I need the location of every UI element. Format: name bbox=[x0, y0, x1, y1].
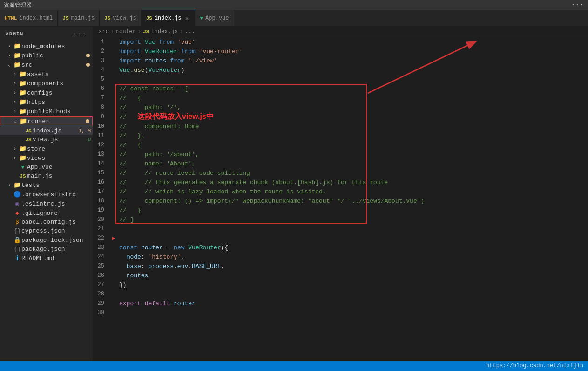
table-row: 11 // }, bbox=[93, 131, 588, 140]
table-row: 20 // ] bbox=[93, 215, 588, 224]
item-label: node_modules bbox=[21, 43, 93, 50]
arrow-icon: › bbox=[11, 146, 19, 151]
item-label: index.js bbox=[33, 127, 79, 134]
table-row: 1 import Vue from 'vue' bbox=[93, 37, 588, 47]
sidebar-menu[interactable]: ··· bbox=[73, 30, 87, 38]
sidebar-item-cypress[interactable]: {} cypress.json bbox=[0, 227, 93, 235]
sidebar-item-store[interactable]: › 📁 store bbox=[0, 144, 93, 153]
sidebar-header: ADMIN ··· bbox=[0, 27, 93, 41]
item-label: .eslintrc.js bbox=[21, 200, 93, 207]
sidebar-item-assets[interactable]: › 📁 assets bbox=[0, 69, 93, 79]
annotation-inline-text: 这段代码放入view.js中 bbox=[137, 112, 214, 120]
item-label: components bbox=[27, 80, 93, 87]
item-label: src bbox=[21, 62, 86, 69]
code-editor[interactable]: 1 import Vue from 'vue' 2 import VueRout… bbox=[93, 37, 588, 361]
sidebar-title: ADMIN bbox=[6, 31, 24, 37]
sidebar-item-readme[interactable]: ℹ README.md bbox=[0, 254, 93, 263]
tab-bar: HTML index.html JS main.js JS view.js JS… bbox=[0, 10, 588, 27]
item-label: assets bbox=[27, 71, 93, 78]
file-icon: 🔵 bbox=[13, 191, 21, 198]
sidebar-item-public[interactable]: › 📁 public bbox=[0, 51, 93, 60]
table-row: 5 bbox=[93, 75, 588, 84]
sidebar-item-view-js[interactable]: JS view.js U bbox=[0, 135, 93, 144]
arrow-icon: › bbox=[11, 100, 19, 105]
js-icon: JS bbox=[62, 15, 68, 21]
item-label: publicMthods bbox=[27, 108, 93, 115]
tab-main-js[interactable]: JS main.js bbox=[58, 10, 100, 26]
table-row: 28 bbox=[93, 289, 588, 299]
sidebar-item-views[interactable]: › 📁 views bbox=[0, 153, 93, 163]
sidebar-item-components[interactable]: › 📁 components bbox=[0, 79, 93, 88]
breadcrumb-js-icon: JS bbox=[143, 29, 149, 34]
sidebar-item-tests[interactable]: › 📁 tests bbox=[0, 180, 93, 190]
sidebar-item-app-vue[interactable]: ▼ App.vue bbox=[0, 163, 93, 172]
item-label: App.vue bbox=[27, 164, 93, 171]
editor-wrapper: 1 import Vue from 'vue' 2 import VueRout… bbox=[93, 37, 588, 361]
folder-icon: 📁 bbox=[19, 98, 27, 106]
sidebar-item-https[interactable]: › 📁 https bbox=[0, 97, 93, 107]
table-row: 14 // name: 'About', bbox=[93, 159, 588, 168]
tab-label: App.vue bbox=[205, 15, 229, 21]
folder-icon: 📁 bbox=[19, 154, 27, 162]
table-row: 2 import VueRouter from 'vue-router' bbox=[93, 47, 588, 56]
table-row: 29 export default router bbox=[93, 299, 588, 308]
arrow-icon: ⌄ bbox=[6, 62, 13, 68]
sidebar-item-index-js[interactable]: JS index.js 1, M bbox=[0, 126, 93, 135]
tab-index-html[interactable]: HTML index.html bbox=[0, 10, 58, 26]
sidebar-item-publicmthods[interactable]: › 📁 publicMthods bbox=[0, 107, 93, 116]
title-bar: 资源管理器 ··· bbox=[0, 0, 588, 10]
item-label: cypress.json bbox=[21, 227, 93, 234]
sidebar-item-eslintrc[interactable]: ◉ .eslintrc.js bbox=[0, 199, 93, 208]
git-icon: ◆ bbox=[13, 209, 21, 217]
table-row: 9 // 这段代码放入view.js中 bbox=[93, 112, 588, 122]
js-file-icon: JS bbox=[24, 137, 33, 143]
sidebar-item-gitignore[interactable]: ◆ .gitignore bbox=[0, 208, 93, 218]
table-row: 19 // } bbox=[93, 206, 588, 215]
sidebar-item-router[interactable]: ⌄ 📁 router bbox=[0, 116, 93, 126]
folder-icon: 📁 bbox=[19, 89, 27, 96]
table-row: 3 import routes from './view' bbox=[93, 56, 588, 65]
breadcrumb: src › router › JS index.js › ... bbox=[93, 27, 588, 37]
sidebar-item-node-modules[interactable]: › 📁 node_modules bbox=[0, 41, 93, 51]
code-table: 1 import Vue from 'vue' 2 import VueRout… bbox=[93, 37, 588, 317]
sidebar-item-configs[interactable]: › 📁 configs bbox=[0, 88, 93, 97]
babel-icon: β bbox=[13, 219, 21, 226]
sidebar-item-main-js[interactable]: JS main.js bbox=[0, 172, 93, 180]
sidebar: ADMIN ··· › 📁 node_modules › 📁 public ⌄ … bbox=[0, 27, 93, 361]
sidebar-item-src[interactable]: ⌄ 📁 src bbox=[0, 60, 93, 69]
vue-file-icon: ▼ bbox=[19, 165, 27, 170]
tab-close-button[interactable]: ✕ bbox=[183, 15, 190, 21]
breadcrumb-router: router bbox=[116, 28, 136, 35]
json-icon: {} bbox=[13, 246, 21, 253]
table-row: 26 routes bbox=[93, 271, 588, 280]
arrow-icon: ⌄ bbox=[12, 118, 19, 124]
sidebar-item-package-json[interactable]: {} package.json bbox=[0, 245, 93, 254]
sidebar-item-browserslistrc[interactable]: 🔵 .browserslistrc bbox=[0, 190, 93, 199]
item-label: public bbox=[21, 52, 86, 59]
tab-index-js[interactable]: JS index.js ✕ bbox=[142, 10, 196, 26]
json-icon: {} bbox=[13, 227, 21, 234]
table-row: 16 // // this generates a separate chunk… bbox=[93, 178, 588, 187]
table-row: 4 Vue.use(VueRouter) bbox=[93, 65, 588, 75]
item-label: main.js bbox=[27, 172, 93, 179]
arrow-icon: › bbox=[11, 109, 19, 114]
lock-icon: 🔒 bbox=[13, 236, 21, 244]
item-label: configs bbox=[27, 89, 93, 96]
js-file-icon: JS bbox=[24, 128, 33, 134]
editor-area: src › router › JS index.js › ... 1 impor… bbox=[93, 27, 588, 361]
tab-view-js[interactable]: JS view.js bbox=[100, 10, 142, 26]
js-icon: JS bbox=[146, 15, 152, 21]
arrow-icon: › bbox=[11, 81, 19, 86]
arrow-icon: › bbox=[6, 53, 13, 58]
sidebar-item-babel[interactable]: β babel.config.js bbox=[0, 218, 93, 227]
arrow-icon: › bbox=[6, 183, 13, 188]
item-label: tests bbox=[21, 182, 93, 189]
item-label: babel.config.js bbox=[21, 219, 93, 226]
breadcrumb-file: index.js bbox=[151, 28, 178, 35]
main-layout: ADMIN ··· › 📁 node_modules › 📁 public ⌄ … bbox=[0, 27, 588, 361]
table-row: 25 base: process.env.BASE_URL, bbox=[93, 261, 588, 271]
sidebar-item-package-lock[interactable]: 🔒 package-lock.json bbox=[0, 235, 93, 245]
modified-dot bbox=[86, 63, 90, 67]
item-label: view.js bbox=[33, 136, 88, 143]
tab-app-vue[interactable]: ▼ App.vue bbox=[195, 10, 234, 26]
